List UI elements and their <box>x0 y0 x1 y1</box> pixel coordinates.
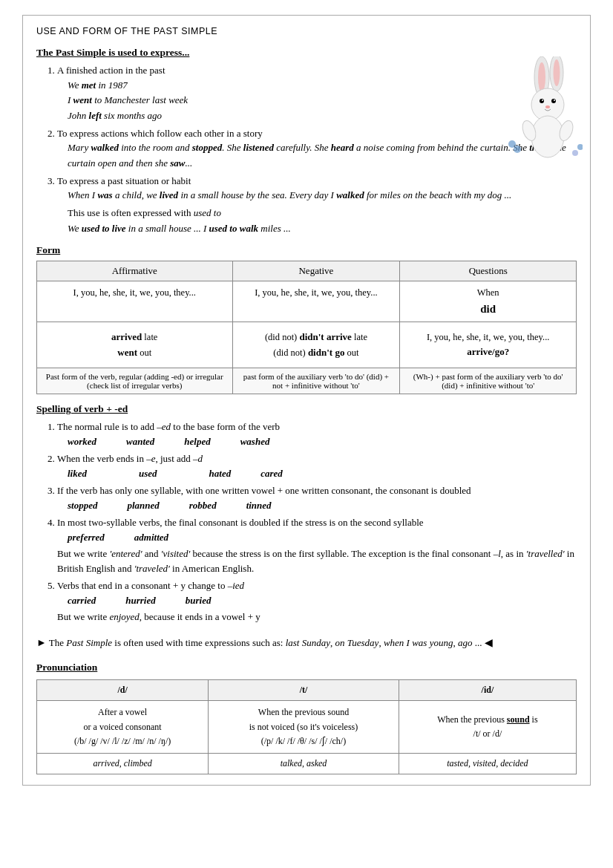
form-title: Form <box>36 244 577 256</box>
spelling-title: Spelling of verb + -ed <box>36 403 577 415</box>
pron-row-rules: After a vowel or a voiced consonant (/b/… <box>37 701 577 754</box>
col-affirmative: Affirmative <box>37 261 233 281</box>
rabbit-decoration <box>501 56 583 160</box>
svg-point-6 <box>551 99 556 103</box>
pronunciation-table: /d/ /t/ /id/ After a vowel or a voiced c… <box>36 679 577 774</box>
pron-row-examples: arrived, climbed talked, asked tasted, v… <box>37 753 577 774</box>
table-row-verbs: arrived late went out (did not) didn't a… <box>37 322 577 368</box>
spelling-section: Spelling of verb + -ed The normal rule i… <box>36 403 577 624</box>
spelling-rule-2: When the verb ends in –e, just add –d li… <box>57 451 577 480</box>
svg-point-16 <box>577 144 583 150</box>
pron-col-d: /d/ <box>37 680 209 701</box>
spelling-rules-list: The normal rule is to add –ed to the bas… <box>57 420 577 624</box>
svg-point-9 <box>545 105 550 108</box>
svg-point-1 <box>538 62 545 92</box>
spelling-rule-1: The normal rule is to add –ed to the bas… <box>57 420 577 448</box>
arrow-left-icon: ◀ <box>485 637 493 648</box>
svg-point-15 <box>572 150 578 156</box>
svg-point-8 <box>554 99 555 101</box>
use-item-3: To express a past situation or habit Whe… <box>57 174 577 237</box>
col-questions: Questions <box>400 261 577 281</box>
table-row-notes: Past form of the verb, regular (adding -… <box>37 368 577 394</box>
pron-col-t: /t/ <box>209 680 399 701</box>
table-row-pronouns: I, you, he, she, it, we, you, they... I,… <box>37 281 577 322</box>
svg-point-3 <box>554 59 560 86</box>
svg-point-14 <box>508 140 516 148</box>
grammar-table: Affirmative Negative Questions I, you, h… <box>36 261 577 395</box>
spelling-rule-5: Verbs that end in a consonant + y change… <box>57 578 577 624</box>
spelling-rule-3: If the verb has only one syllable, with … <box>57 483 577 512</box>
time-expressions: ► The Past Simple is often used with tim… <box>36 635 577 651</box>
page-title: USE AND FORM OF THE PAST SIMPLE <box>36 26 577 36</box>
col-negative: Negative <box>232 261 400 281</box>
section1-title: The Past Simple is used to express... <box>36 47 577 59</box>
svg-point-5 <box>540 99 544 103</box>
svg-point-10 <box>531 116 564 157</box>
pronunciation-title: Pronunciation <box>36 662 577 673</box>
spelling-rule-4: In most two-syllable verbs, the final co… <box>57 515 577 575</box>
svg-point-7 <box>542 99 543 101</box>
and-text: and <box>175 142 190 153</box>
use-item-1: A finished action in the past We met in … <box>57 63 577 124</box>
arrow-right-icon: ► <box>36 637 47 648</box>
page-container: USE AND FORM OF THE PAST SIMPLE The Past… <box>22 15 591 786</box>
use-item-2: To express actions which follow each oth… <box>57 126 577 172</box>
pron-col-id: /id/ <box>399 680 576 701</box>
uses-list: A finished action in the past We met in … <box>57 63 577 237</box>
